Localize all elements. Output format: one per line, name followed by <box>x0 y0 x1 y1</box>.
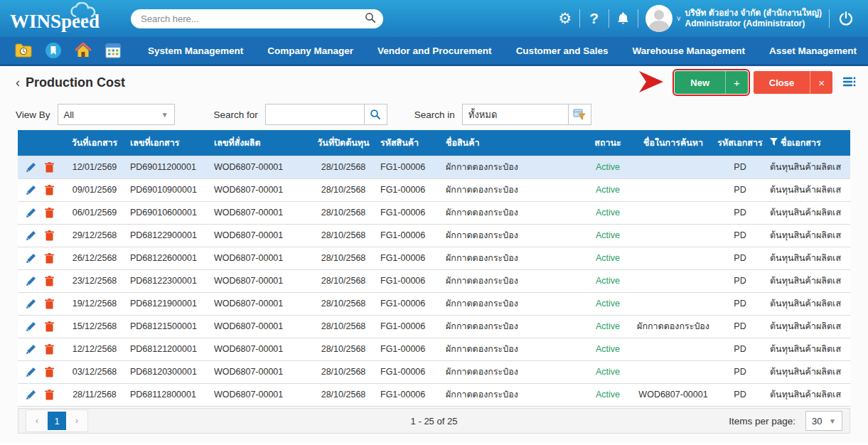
nav-menu: System ManagementCompany ManagerVendor a… <box>148 45 868 56</box>
delete-trash-icon[interactable] <box>45 230 54 241</box>
column-header-search_name[interactable]: ชื่อในการค้นหา <box>633 130 713 156</box>
nav-item-3[interactable]: Customer and Sales <box>516 45 609 56</box>
search-submit-button[interactable] <box>365 104 387 125</box>
search-icon[interactable] <box>365 12 376 26</box>
chevron-down-icon: ˅ <box>677 15 681 23</box>
column-header-wo_no[interactable]: เลขที่สั่งผลิต <box>211 130 309 156</box>
next-page-button[interactable]: › <box>68 412 86 430</box>
new-plus-icon[interactable]: + <box>725 71 748 94</box>
page-title-row: ‹ Production Cost New + Close × <box>0 66 868 99</box>
table-row[interactable]: 03/12/2568 PD68120300001 WOD6807-00001 2… <box>18 360 850 383</box>
edit-pencil-icon[interactable] <box>26 344 36 355</box>
table-body: 12/01/2569 PD69011200001 WOD6807-00001 2… <box>18 156 850 406</box>
user-role: Administrator (Administrator) <box>685 18 822 29</box>
edit-pencil-icon[interactable] <box>26 185 36 195</box>
nav-item-0[interactable]: System Management <box>148 45 243 56</box>
page-title: Production Cost <box>26 75 125 90</box>
column-header-doc_name[interactable]: ชื่อเอกสาร <box>767 130 850 156</box>
items-per-page-select[interactable]: 30 ▼ <box>805 411 842 431</box>
delete-trash-icon[interactable] <box>45 185 54 195</box>
filter-row: View By All ▼ Search for Search in <box>0 99 868 130</box>
edit-pencil-icon[interactable] <box>26 253 36 264</box>
edit-pencil-icon[interactable] <box>26 367 36 377</box>
column-header-doc_date[interactable]: วันที่เอกสาร <box>62 130 127 156</box>
edit-pencil-icon[interactable] <box>26 299 36 309</box>
list-menu-icon[interactable] <box>842 76 857 90</box>
avatar <box>645 5 673 32</box>
table-row[interactable]: 28/11/2568 PD68112800001 WOD6807-00001 2… <box>18 383 850 406</box>
table-row[interactable]: 29/12/2568 PD68122900001 WOD6807-00001 2… <box>18 224 850 247</box>
help-icon[interactable]: ? <box>580 10 609 27</box>
edit-pencil-icon[interactable] <box>26 276 36 286</box>
table-row[interactable]: 12/01/2569 PD69011200001 WOD6807-00001 2… <box>18 156 850 178</box>
search-for-input[interactable] <box>265 104 365 125</box>
search-in-label: Search in <box>414 109 455 120</box>
bookmark-icon[interactable] <box>44 41 63 60</box>
column-header-actions[interactable] <box>18 130 62 156</box>
settings-gear-icon[interactable]: ⚙ <box>551 10 579 27</box>
edit-pencil-icon[interactable] <box>26 390 36 400</box>
nav-item-2[interactable]: Vendor and Procurement <box>377 45 492 56</box>
close-button[interactable]: Close × <box>754 71 832 94</box>
logout-power-icon[interactable] <box>830 11 858 26</box>
app-logo[interactable]: WINSpeed <box>10 0 124 37</box>
row-range-text: 1 - 25 of 25 <box>18 416 850 427</box>
view-by-label: View By <box>16 109 50 120</box>
caret-down-icon: ▼ <box>161 111 168 119</box>
global-search-input[interactable] <box>141 14 365 24</box>
search-in-input[interactable] <box>462 104 569 125</box>
search-for-label: Search for <box>214 109 258 120</box>
nav-item-5[interactable]: Asset Management <box>769 45 857 56</box>
column-header-doc_no[interactable]: เลขที่เอกสาร <box>127 130 211 156</box>
nav-item-1[interactable]: Company Manager <box>267 45 353 56</box>
user-menu[interactable]: ˅ บริษัท ตัวอย่าง จำกัด (สำนักงานใหญ่) A… <box>638 5 829 32</box>
items-per-page-label: Items per page: <box>729 416 795 427</box>
delete-trash-icon[interactable] <box>45 253 54 264</box>
page-content: ‹ Production Cost New + Close × View By … <box>0 66 868 443</box>
home-icon[interactable] <box>74 41 92 60</box>
table-row[interactable]: 26/12/2568 PD68122600001 WOD6807-00001 2… <box>18 247 850 269</box>
caret-down-icon: ▼ <box>829 417 836 425</box>
calendar-icon[interactable] <box>104 41 122 60</box>
edit-pencil-icon[interactable] <box>26 162 36 173</box>
edit-pencil-icon[interactable] <box>26 208 36 218</box>
delete-trash-icon[interactable] <box>45 208 54 218</box>
pagination: ‹ 1 › <box>26 409 88 432</box>
table-footer: ‹ 1 › 1 - 25 of 25 Items per page: 30 ▼ <box>18 408 850 434</box>
production-cost-table: วันที่เอกสารเลขที่เอกสารเลขที่สั่งผลิตวั… <box>18 130 850 407</box>
table-row[interactable]: 19/12/2568 PD68121900001 WOD6807-00001 2… <box>18 292 850 315</box>
nav-item-4[interactable]: Warehouse Management <box>632 45 745 56</box>
recent-documents-icon[interactable] <box>14 41 33 60</box>
delete-trash-icon[interactable] <box>45 276 54 286</box>
delete-trash-icon[interactable] <box>45 299 54 309</box>
prev-page-button[interactable]: ‹ <box>28 412 46 430</box>
table-row[interactable]: 12/12/2568 PD68121200001 WOD6807-00001 2… <box>18 338 850 360</box>
column-header-doc_code[interactable]: รหัสเอกสาร <box>713 130 767 156</box>
delete-trash-icon[interactable] <box>45 162 54 173</box>
column-header-close_date[interactable]: วันที่ปิดต้นทุน <box>309 130 377 156</box>
edit-pencil-icon[interactable] <box>26 321 36 332</box>
column-filter-button[interactable] <box>569 104 591 125</box>
cloud-icon <box>65 2 102 23</box>
column-header-status[interactable]: สถานะ <box>582 130 633 156</box>
back-chevron-icon[interactable]: ‹ <box>16 75 20 90</box>
notifications-bell-icon[interactable] <box>609 11 638 26</box>
main-navbar: System ManagementCompany ManagerVendor a… <box>0 37 868 66</box>
table-row[interactable]: 15/12/2568 PD68121500001 WOD6807-00001 2… <box>18 315 850 338</box>
delete-trash-icon[interactable] <box>45 390 54 400</box>
table-row[interactable]: 06/01/2569 PD69010600001 WOD6807-00001 2… <box>18 201 850 224</box>
column-header-item_code[interactable]: รหัสสินค้า <box>377 130 443 156</box>
delete-trash-icon[interactable] <box>45 321 54 332</box>
view-by-select[interactable]: All ▼ <box>58 104 175 125</box>
global-search[interactable] <box>131 9 383 28</box>
new-button[interactable]: New + <box>675 71 748 94</box>
edit-pencil-icon[interactable] <box>26 230 36 241</box>
delete-trash-icon[interactable] <box>45 367 54 377</box>
table-row[interactable]: 09/01/2569 PD69010900001 WOD6807-00001 2… <box>18 178 850 201</box>
page-number-button[interactable]: 1 <box>48 412 66 430</box>
close-x-icon[interactable]: × <box>810 71 832 94</box>
table-row[interactable]: 23/12/2568 PD68122300001 WOD6807-00001 2… <box>18 269 850 292</box>
column-header-item_name[interactable]: ชื่อสินค้า <box>443 130 582 156</box>
table-header-row: วันที่เอกสารเลขที่เอกสารเลขที่สั่งผลิตวั… <box>18 130 850 156</box>
delete-trash-icon[interactable] <box>45 344 54 355</box>
